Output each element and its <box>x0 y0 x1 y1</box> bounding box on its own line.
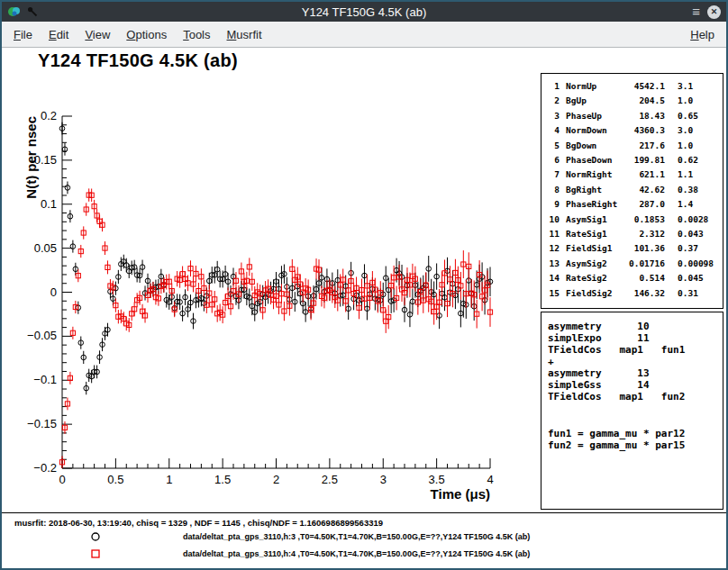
param-index: 15 <box>547 286 560 301</box>
svg-text:0.1: 0.1 <box>41 197 57 211</box>
param-name: RateSig1 <box>566 227 623 241</box>
menubar-left: FileEditViewOptionsToolsMusrfit <box>5 23 270 46</box>
svg-text:0: 0 <box>59 473 65 486</box>
fit-info: musrfit: 2018-06-30, 13:19:40, chisq = 1… <box>2 513 726 528</box>
param-error: 1.0 <box>678 139 693 153</box>
param-row: 9PhaseRight287.01.4 <box>547 197 723 212</box>
menu-item-file[interactable]: File <box>5 23 41 46</box>
param-index: 12 <box>547 241 560 256</box>
param-index: 3 <box>547 109 560 123</box>
y-axis-title: N(t) per nsec <box>23 116 39 199</box>
legend-label: data/deltat_pta_gps_3110,h:3 ,T0=4.50K,T… <box>183 532 530 541</box>
param-index: 11 <box>547 227 560 241</box>
param-name: PhaseDown <box>566 153 623 167</box>
param-value: 18.43 <box>623 109 665 123</box>
svg-text:3: 3 <box>380 473 387 486</box>
param-index: 5 <box>547 139 560 153</box>
param-error: 0.38 <box>678 183 698 197</box>
app-window: Y124 TF150G 4.5K (ab) ≡ ✕ FileEditViewOp… <box>0 0 728 570</box>
theory-line: fun1 = gamma_mu * par12 <box>548 428 723 439</box>
window-menu-icon[interactable]: ≡ <box>692 5 700 19</box>
param-value: 146.32 <box>623 286 665 301</box>
param-row: 8BgRight42.620.38 <box>547 183 723 197</box>
param-name: BgUp <box>566 94 623 108</box>
param-value: 287.0 <box>623 197 665 212</box>
param-index: 2 <box>547 94 560 108</box>
param-error: 1.4 <box>678 197 693 212</box>
window-title: Y124 TF150G 4.5K (ab) <box>52 5 676 19</box>
param-row: 11RateSig12.3120.043 <box>547 227 723 241</box>
param-index: 14 <box>547 271 560 285</box>
svg-text:−0.05: −0.05 <box>27 329 57 342</box>
param-value: 0.01716 <box>623 257 665 271</box>
theory-line: simpleGss 14 <box>548 379 723 391</box>
menu-item-options[interactable]: Options <box>118 23 175 46</box>
close-icon[interactable]: ✕ <box>707 5 721 19</box>
parameter-panel: 1NormUp4542.13.12BgUp204.51.03PhaseUp18.… <box>541 73 723 309</box>
param-error: 0.65 <box>678 109 698 123</box>
theory-line: TFieldCos map1 fun2 <box>548 391 723 403</box>
param-value: 4542.1 <box>623 79 665 94</box>
series-h4 <box>59 188 492 468</box>
param-row: 13AsymSig20.017160.00098 <box>547 257 723 271</box>
svg-text:−0.2: −0.2 <box>33 461 57 475</box>
param-index: 9 <box>547 197 560 212</box>
param-name: PhaseRight <box>566 197 623 212</box>
svg-text:−0.15: −0.15 <box>27 417 57 430</box>
param-value: 621.1 <box>623 167 665 182</box>
svg-text:0.05: 0.05 <box>34 241 57 255</box>
svg-text:2: 2 <box>273 473 279 486</box>
menu-item-musrfit[interactable]: Musrfit <box>219 23 270 46</box>
menu-item-tools[interactable]: Tools <box>175 23 218 46</box>
theory-panel: asymmetry 10simplExpo 11TFieldCos map1 f… <box>541 312 723 510</box>
menu-item-view[interactable]: View <box>77 23 118 46</box>
param-name: PhaseUp <box>566 109 623 123</box>
svg-text:1: 1 <box>166 473 172 486</box>
theory-line <box>548 403 723 428</box>
footer: musrfit: 2018-06-30, 13:19:40, chisq = 1… <box>2 512 726 568</box>
x-axis-title: Time (μs) <box>431 486 490 502</box>
plot-title: Y124 TF150G 4.5K (ab) <box>38 50 238 71</box>
param-row: 7NormRight621.11.1 <box>547 167 723 182</box>
param-index: 1 <box>547 79 560 94</box>
param-row: 12FieldSig1101.360.37 <box>547 241 723 256</box>
menu-item-help[interactable]: Help <box>682 23 723 46</box>
menubar-right: Help <box>682 28 723 41</box>
svg-text:0.2: 0.2 <box>41 109 57 122</box>
menu-item-edit[interactable]: Edit <box>41 23 77 46</box>
param-name: BgRight <box>566 183 623 197</box>
param-row: 14RateSig20.5140.045 <box>547 271 723 285</box>
param-error: 0.37 <box>678 241 698 256</box>
param-index: 6 <box>547 153 560 167</box>
legend-item: data/deltat_pta_gps_3110,h:3 ,T0=4.50K,T… <box>2 529 726 545</box>
param-error: 0.00098 <box>678 257 714 271</box>
legend-item: data/deltat_pta_gps_3110,h:4 ,T0=4.50K,T… <box>2 546 726 562</box>
param-error: 3.1 <box>678 79 693 94</box>
param-name: AsymSig2 <box>566 257 623 271</box>
param-error: 0.045 <box>678 271 704 285</box>
param-value: 0.514 <box>623 271 665 285</box>
param-value: 101.36 <box>623 241 665 256</box>
app-icon[interactable] <box>7 5 22 19</box>
param-error: 1.0 <box>678 94 693 108</box>
legend: data/deltat_pta_gps_3110,h:3 ,T0=4.50K,T… <box>2 529 726 562</box>
param-row: 2BgUp204.51.0 <box>547 94 723 108</box>
param-error: 0.31 <box>678 286 698 301</box>
param-value: 199.81 <box>623 153 665 167</box>
svg-text:4: 4 <box>487 473 493 486</box>
theory-line: asymmetry 13 <box>548 367 723 379</box>
titlebar-left-icons <box>7 5 52 19</box>
param-row: 5BgDown217.61.0 <box>547 139 723 153</box>
param-row: 10AsymSig10.18530.0028 <box>547 213 723 227</box>
param-row: 3PhaseUp18.430.65 <box>547 109 723 123</box>
pin-icon[interactable] <box>26 5 39 18</box>
series-h3 <box>59 122 493 394</box>
param-value: 0.1853 <box>623 213 665 227</box>
param-row: 15FieldSig2146.320.31 <box>547 286 723 301</box>
param-value: 217.6 <box>623 139 665 153</box>
param-value: 204.5 <box>623 94 665 108</box>
param-row: 6PhaseDown199.810.62 <box>547 153 723 167</box>
plot-canvas[interactable]: −0.2−0.15−0.1−0.0500.050.10.150.200.511.… <box>2 77 520 510</box>
svg-text:0.5: 0.5 <box>107 473 123 486</box>
param-error: 0.62 <box>678 153 698 167</box>
